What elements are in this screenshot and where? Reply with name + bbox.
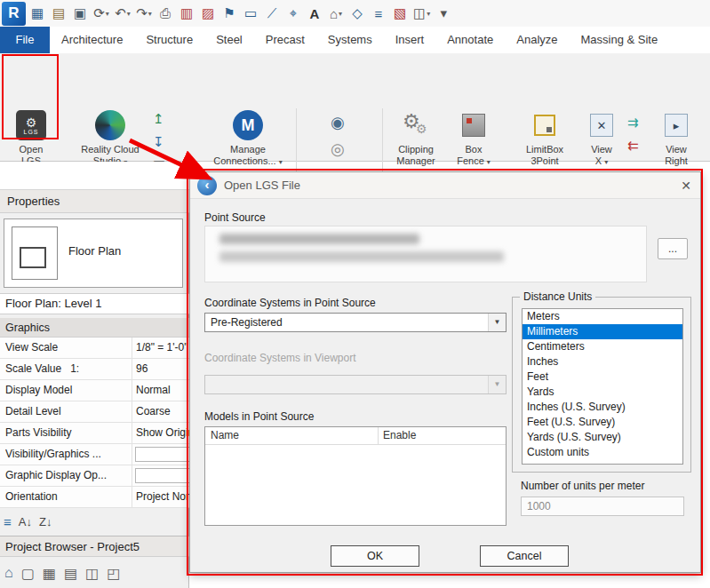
views-grid-icon[interactable]: ▦ (43, 565, 56, 582)
measure-icon[interactable]: ⚑ (219, 2, 239, 25)
distance-unit-option[interactable]: Inches (523, 354, 682, 369)
distance-unit-option[interactable]: Yards (523, 385, 682, 400)
distance-unit-option[interactable]: Feet (523, 369, 682, 385)
save-icon[interactable]: ▣ (70, 2, 90, 25)
models-table[interactable]: Name Enable (204, 426, 507, 526)
dialog-title: Open LGS File (224, 172, 300, 199)
customize-qat-icon[interactable]: ▾ (434, 2, 453, 25)
dropdown-caret-icon: ▾ (487, 158, 491, 166)
view-x-label-1: View (591, 144, 612, 155)
panels-icon[interactable]: ▦ (28, 2, 47, 25)
distance-unit-option[interactable]: Custom units (523, 445, 682, 460)
view-right-button[interactable]: ▸ View Right (650, 110, 702, 167)
selection-box-icon[interactable]: ▢ (21, 565, 35, 582)
undo-icon[interactable]: ↶▾ (113, 2, 132, 25)
default-3d-view-icon[interactable]: ⌂▾ (326, 2, 346, 25)
type-selector[interactable]: Floor Plan (4, 219, 183, 288)
text-icon[interactable]: A (305, 2, 324, 25)
coord-systems-point-source-combo[interactable]: Pre-Registered ▼ (204, 313, 507, 332)
tab-structure[interactable]: Structure (134, 27, 204, 53)
tab-architecture[interactable]: Architecture (50, 27, 134, 53)
property-value[interactable]: 96 (132, 359, 189, 379)
tile-windows-icon-glyph: ◫ (413, 5, 426, 21)
edit-button[interactable] (135, 447, 189, 462)
switch-windows-icon[interactable]: ▧ (390, 2, 410, 25)
back-button[interactable]: ‹ (197, 176, 217, 195)
instance-selector[interactable]: Floor Plan: Level 1 (0, 293, 189, 314)
property-value[interactable]: 1/8" = 1'-0" (132, 338, 189, 358)
dropdown-caret-icon: ▾ (127, 10, 131, 18)
import-scan-icon[interactable]: ↧ (153, 135, 164, 149)
edit-button[interactable] (135, 468, 189, 483)
undo-icon-glyph: ↶ (115, 5, 126, 21)
open-file-icon[interactable]: ▤ (49, 2, 68, 25)
set-level-plane-icon[interactable]: ◎ (331, 142, 345, 156)
tab-file[interactable]: File (0, 27, 50, 53)
sort-ascending-icon[interactable]: A↓ (19, 515, 32, 528)
distance-unit-option-selected[interactable]: Millimeters (523, 324, 682, 339)
print-icon[interactable]: ⎙ (156, 2, 175, 25)
close-icon[interactable]: ✕ (681, 172, 691, 199)
thin-lines-icon[interactable]: ≡ (369, 2, 388, 25)
point-source-field[interactable] (204, 226, 647, 282)
section-icon[interactable]: ◇ (347, 2, 367, 25)
open-lgs-dialog: ‹ Open LGS File ✕ Point Source ... Coord… (189, 171, 701, 573)
export-scan-icon[interactable]: ↥ (153, 112, 164, 126)
project-browser-header[interactable]: Project Browser - Project5 (0, 536, 189, 557)
ok-button[interactable]: OK (331, 545, 419, 567)
clip-out-icon[interactable]: ⇇ (627, 139, 639, 153)
cancel-button[interactable]: Cancel (480, 545, 569, 567)
manage-connections-button[interactable]: M Manage Connections... ▾ (207, 110, 289, 168)
chevron-down-icon[interactable]: ▼ (488, 314, 506, 331)
detach-icon[interactable]: ⌖ (283, 2, 303, 25)
open-lgs-icon: ⚙ LGS (16, 110, 46, 140)
revit-logo[interactable]: R (2, 2, 26, 26)
distance-unit-option[interactable]: Centimeters (523, 339, 682, 354)
tab-systems[interactable]: Systems (316, 27, 384, 53)
clipping-manager-button[interactable]: ⚙ ⚙ Clipping Manager (388, 110, 443, 167)
property-value[interactable]: Show Original (132, 423, 189, 443)
close-hidden-windows-icon[interactable]: ▥ (177, 2, 196, 25)
home-view-icon[interactable]: ⌂ (4, 565, 13, 581)
sync-icon[interactable]: ⟳▾ (92, 2, 111, 25)
sheets-icon[interactable]: ◫ (85, 565, 99, 582)
property-value[interactable]: Project North (132, 487, 189, 507)
tab-insert[interactable]: Insert (384, 27, 436, 53)
transfer-icon[interactable]: ▨ (198, 2, 218, 25)
tab-massing-site[interactable]: Massing & Site (570, 27, 670, 53)
tile-windows-icon[interactable]: ◫▾ (411, 2, 432, 25)
schedules-icon[interactable]: ▤ (64, 565, 77, 582)
gear-icon: ⚙ (26, 116, 37, 129)
distance-units-list[interactable]: Meters Millimeters Centimeters Inches Fe… (522, 308, 683, 465)
property-value[interactable]: Coarse (132, 401, 189, 422)
limitbox-3point-button[interactable]: LimitBox 3Point (514, 110, 576, 167)
clip-in-icon[interactable]: ⇉ (627, 115, 639, 130)
clipping-manager-label-2: Manager (396, 155, 435, 167)
tab-steel[interactable]: Steel (204, 27, 254, 53)
box-fence-button[interactable]: Box Fence ▾ (450, 110, 498, 168)
tab-precast[interactable]: Precast (254, 27, 316, 53)
view-x-button[interactable]: ✕ View X ▾ (579, 110, 624, 168)
graphics-section-header[interactable]: Graphics (0, 318, 189, 338)
reality-cloud-studio-button[interactable]: Reality Cloud Studio ▾ (76, 110, 144, 168)
properties-filter-icon[interactable]: ≡ (4, 514, 12, 529)
models-in-point-source-label: Models in Point Source (204, 410, 314, 423)
property-value[interactable]: Normal (132, 380, 189, 401)
aligned-dimension-icon[interactable]: ⟋ (262, 2, 282, 25)
distance-unit-option[interactable]: Feet (U.S. Survey) (523, 415, 682, 430)
ruler-icon[interactable]: ▭ (241, 2, 260, 25)
distance-unit-option[interactable]: Inches (U.S. Survey) (523, 400, 682, 415)
sort-descending-icon[interactable]: Z↓ (39, 515, 52, 528)
browse-button[interactable]: ... (658, 238, 688, 259)
gears-icon: ⚙ ⚙ (401, 110, 431, 140)
palette-top-strip (0, 162, 189, 190)
distance-unit-option[interactable]: Meters (523, 309, 682, 324)
dialog-titlebar[interactable]: ‹ Open LGS File ✕ (190, 172, 700, 199)
open-lgs-button[interactable]: ⚙ LGS Open LGS (5, 110, 57, 167)
families-icon[interactable]: ◰ (107, 565, 120, 582)
tab-annotate[interactable]: Annotate (435, 27, 505, 53)
distance-unit-option[interactable]: Yards (U.S. Survey) (523, 430, 682, 445)
tab-analyze[interactable]: Analyze (505, 27, 569, 53)
redo-icon[interactable]: ↷▾ (134, 2, 154, 25)
set-level-sphere-icon[interactable]: ◉ (331, 115, 345, 130)
